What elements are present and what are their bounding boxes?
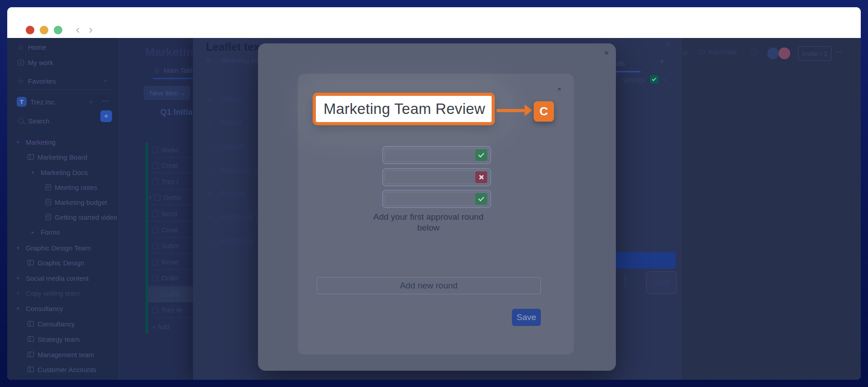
avatar[interactable]: [779, 47, 790, 59]
sidebar-item-customer-accounts[interactable]: Customer Accounts: [28, 364, 96, 374]
rejected-status-icon[interactable]: [475, 171, 487, 183]
invite-button[interactable]: Invite / 1: [798, 46, 831, 61]
sidebar-item-strategy-team[interactable]: Strategy team: [28, 334, 80, 344]
sidebar-item-getting-started-video[interactable]: Getting started video ..: [46, 212, 119, 222]
row-checkbox[interactable]: [152, 211, 158, 217]
sidebar-item-meeting-notes[interactable]: Meeting notes: [46, 182, 97, 192]
sidebar-item-marketing-docs[interactable]: ▾ Marketing Docs: [32, 167, 88, 177]
chevron-down-icon[interactable]: [89, 99, 93, 103]
add-tab-icon[interactable]: +: [660, 57, 664, 66]
round-input[interactable]: [385, 170, 489, 184]
round-name-input-highlight[interactable]: Marketing Team Review: [313, 93, 495, 125]
field-priority[interactable]: ≡ Priority: [206, 189, 246, 199]
board-icon: [28, 367, 34, 372]
row-checkbox[interactable]: [152, 275, 158, 281]
tab-approvals-fragment[interactable]: als: [616, 59, 625, 67]
back-icon[interactable]: [74, 25, 84, 35]
sidebar-item-consultancy[interactable]: Consultancy: [28, 319, 75, 329]
row-checkbox[interactable]: [154, 194, 160, 201]
more-options-icon[interactable]: ···: [835, 48, 843, 56]
table-row[interactable]: Creat: [148, 158, 193, 173]
row-checkbox[interactable]: [152, 291, 158, 297]
sidebar-item-management-team[interactable]: Management team: [28, 349, 94, 359]
close-icon[interactable]: ×: [554, 84, 564, 94]
chat-icon[interactable]: [751, 49, 757, 55]
start-button[interactable]: Start: [646, 271, 677, 294]
start-label: Start: [653, 278, 670, 288]
approved-status-icon[interactable]: [475, 149, 487, 161]
table-row[interactable]: Revie: [148, 255, 193, 270]
round-input[interactable]: [385, 148, 489, 162]
settings-checkbox[interactable]: [650, 75, 658, 84]
row-checkbox[interactable]: [152, 162, 158, 169]
row-checkbox[interactable]: [152, 179, 158, 185]
row-checkbox[interactable]: [152, 307, 158, 313]
sidebar-item-my-work[interactable]: My work: [17, 57, 53, 67]
sidebar-item-home[interactable]: ⌂ Home: [17, 42, 46, 52]
table-row[interactable]: Order: [148, 270, 193, 286]
item-label: Strategy team: [38, 335, 80, 343]
sidebar-search[interactable]: Search: [17, 116, 50, 126]
sidebar-section-social-media-content[interactable]: ▾ Social media content: [17, 273, 89, 283]
workspace-menu-icon[interactable]: ···: [102, 97, 109, 105]
bars-icon: ≡: [206, 189, 215, 199]
robot-icon: [699, 49, 705, 54]
sidebar-item-workspace[interactable]: T Trez Inc.: [17, 97, 56, 107]
approval-round-row[interactable]: [382, 168, 491, 186]
table-row[interactable]: Subm: [148, 238, 193, 254]
tab-main-table[interactable]: ⌂ Main Table: [153, 66, 196, 74]
row-label: Revie: [161, 258, 178, 266]
row-checkbox[interactable]: [152, 227, 158, 233]
approval-round-row[interactable]: [382, 190, 491, 208]
close-icon[interactable]: ×: [601, 47, 612, 59]
chevron-down-icon[interactable]: [663, 77, 667, 81]
sidebar-item-marketing-board[interactable]: Marketing Board: [28, 152, 87, 162]
close-icon[interactable]: ×: [663, 38, 674, 49]
save-button[interactable]: Save: [512, 309, 541, 326]
round-input[interactable]: [385, 192, 489, 206]
field-group[interactable]: ● Group: [206, 94, 244, 104]
field-name[interactable]: Tt Name: [206, 118, 243, 127]
avatar[interactable]: [767, 47, 779, 59]
approval-round-row[interactable]: [382, 146, 491, 164]
chevron-down-icon[interactable]: [103, 78, 107, 82]
sidebar-item-label: Favorites: [28, 77, 56, 85]
item-label: Getting started video ..: [55, 213, 119, 221]
add-board-button[interactable]: +: [100, 110, 112, 122]
field-owner[interactable]: Owner: [206, 142, 245, 151]
breadcrumb[interactable]: In → Marketing Bo: [206, 57, 258, 64]
board-icon: [28, 260, 34, 265]
sidebar-section-copy-writing-team[interactable]: ▾ Copy writing team: [17, 288, 80, 298]
table-row-selected[interactable]: Leafle: [148, 287, 193, 302]
row-checkbox[interactable]: [152, 147, 158, 153]
add-item-row[interactable]: + Add: [148, 319, 193, 334]
row-checkbox[interactable]: [152, 243, 158, 249]
sidebar-section-graphic-design-team[interactable]: ▾ Graphic Design Team: [17, 243, 91, 253]
sidebar-item-graphic-design[interactable]: Graphic Design: [28, 258, 84, 268]
row-checkbox[interactable]: [152, 259, 158, 265]
forward-icon[interactable]: [85, 25, 95, 35]
approved-status-icon[interactable]: [475, 193, 487, 205]
sidebar-section-consultancy[interactable]: ▾ Consultancy: [17, 303, 63, 313]
sidebar-item-forms[interactable]: ▸ Forms: [32, 227, 60, 237]
expand-row-icon[interactable]: [148, 195, 151, 199]
toolbar-fragment[interactable]: te: [682, 49, 688, 57]
minimize-window-button[interactable]: [40, 26, 48, 34]
field-approver[interactable]: Approver: [206, 236, 254, 246]
people-icon: [206, 238, 215, 245]
document-icon: [46, 184, 51, 190]
close-window-button[interactable]: [26, 26, 34, 34]
automate-button[interactable]: Automate: [699, 48, 737, 56]
maximize-window-button[interactable]: [54, 26, 62, 34]
table-row[interactable]: Webs: [148, 142, 193, 158]
new-item-button[interactable]: New item: [144, 86, 190, 100]
table-row[interactable]: Send: [148, 206, 193, 222]
table-row[interactable]: Trez te: [148, 302, 193, 318]
table-row[interactable]: Trez I: [148, 174, 193, 189]
add-new-round-button[interactable]: Add new round: [317, 277, 541, 294]
sidebar-item-marketing-budget[interactable]: Marketing budget: [46, 197, 107, 207]
sidebar-item-favorites[interactable]: ☆ Favorites: [17, 76, 56, 86]
sidebar-section-marketing[interactable]: ▾ Marketing: [17, 137, 56, 147]
table-row[interactable]: Gettin: [148, 190, 193, 205]
table-row[interactable]: Creat: [148, 222, 193, 238]
